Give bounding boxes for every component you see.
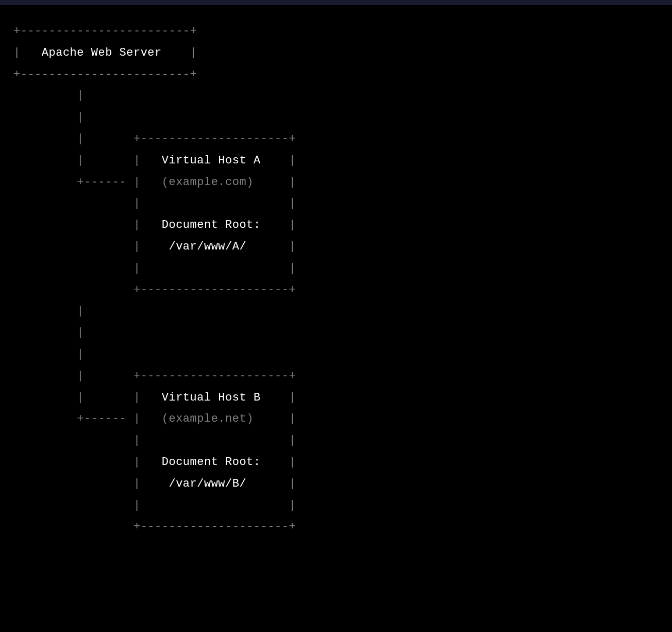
vhost-a-name: Virtual Host A — [162, 154, 261, 167]
vhost-a-domain: (example.com) — [162, 176, 254, 189]
vhost-a-docroot-path: /var/www/A/ — [169, 240, 246, 253]
ascii-diagram: +------------------------+ | Apache Web … — [13, 21, 659, 538]
vhost-b-domain: (example.net) — [162, 412, 254, 425]
vhost-b-docroot-label: Document Root: — [162, 456, 261, 469]
root-node-label: Apache Web Server — [42, 46, 162, 59]
vhost-b-name: Virtual Host B — [162, 391, 261, 404]
vhost-a-docroot-label: Document Root: — [162, 219, 261, 231]
diagram-container: +------------------------+ | Apache Web … — [3, 5, 669, 553]
window-top-bar — [0, 0, 672, 5]
vhost-b-docroot-path: /var/www/B/ — [169, 477, 246, 490]
